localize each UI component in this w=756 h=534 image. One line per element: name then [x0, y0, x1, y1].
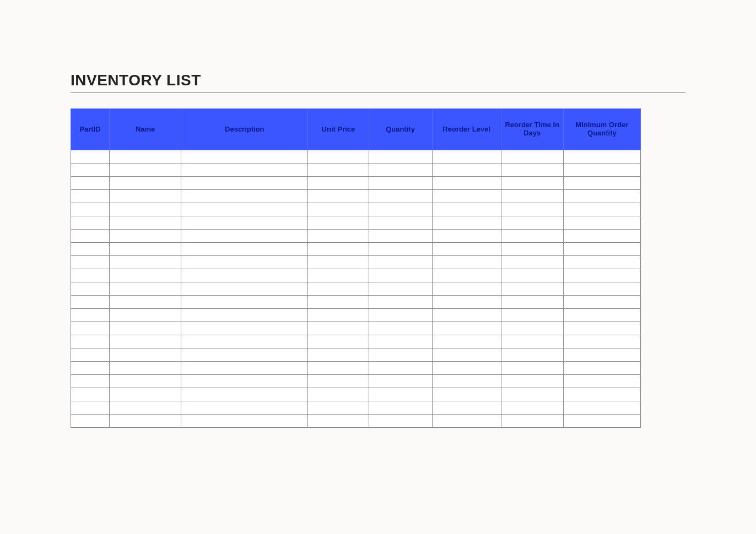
- table-cell[interactable]: [563, 256, 640, 269]
- table-cell[interactable]: [110, 190, 181, 203]
- table-cell[interactable]: [369, 282, 432, 296]
- table-cell[interactable]: [71, 190, 110, 203]
- table-cell[interactable]: [71, 282, 110, 296]
- table-cell[interactable]: [110, 335, 181, 348]
- table-cell[interactable]: [432, 282, 501, 296]
- table-cell[interactable]: [432, 309, 501, 322]
- table-cell[interactable]: [181, 282, 308, 296]
- table-cell[interactable]: [71, 348, 110, 362]
- table-cell[interactable]: [369, 322, 432, 335]
- table-cell[interactable]: [71, 243, 110, 256]
- table-cell[interactable]: [71, 401, 110, 415]
- table-cell[interactable]: [432, 322, 501, 335]
- table-cell[interactable]: [71, 362, 110, 375]
- table-cell[interactable]: [432, 348, 501, 362]
- table-cell[interactable]: [369, 203, 432, 216]
- table-cell[interactable]: [501, 401, 563, 415]
- table-cell[interactable]: [181, 309, 308, 322]
- table-cell[interactable]: [563, 243, 640, 256]
- table-cell[interactable]: [308, 150, 369, 164]
- table-cell[interactable]: [563, 164, 640, 177]
- table-cell[interactable]: [432, 203, 501, 216]
- table-cell[interactable]: [110, 269, 181, 282]
- table-cell[interactable]: [110, 177, 181, 190]
- table-cell[interactable]: [369, 216, 432, 230]
- table-cell[interactable]: [432, 256, 501, 269]
- table-cell[interactable]: [369, 243, 432, 256]
- table-cell[interactable]: [110, 203, 181, 216]
- table-cell[interactable]: [432, 243, 501, 256]
- table-cell[interactable]: [432, 230, 501, 243]
- table-cell[interactable]: [369, 177, 432, 190]
- table-cell[interactable]: [71, 269, 110, 282]
- table-cell[interactable]: [369, 256, 432, 269]
- table-cell[interactable]: [308, 177, 369, 190]
- table-cell[interactable]: [110, 322, 181, 335]
- table-cell[interactable]: [432, 269, 501, 282]
- table-cell[interactable]: [181, 296, 308, 309]
- table-cell[interactable]: [563, 216, 640, 230]
- table-cell[interactable]: [71, 164, 110, 177]
- table-cell[interactable]: [432, 190, 501, 203]
- table-cell[interactable]: [110, 362, 181, 375]
- table-cell[interactable]: [181, 150, 308, 164]
- table-cell[interactable]: [308, 164, 369, 177]
- table-cell[interactable]: [501, 256, 563, 269]
- table-cell[interactable]: [71, 335, 110, 348]
- table-cell[interactable]: [308, 362, 369, 375]
- table-cell[interactable]: [71, 216, 110, 230]
- table-cell[interactable]: [308, 296, 369, 309]
- table-cell[interactable]: [501, 150, 563, 164]
- table-cell[interactable]: [501, 243, 563, 256]
- table-cell[interactable]: [110, 150, 181, 164]
- table-cell[interactable]: [432, 401, 501, 415]
- table-cell[interactable]: [369, 388, 432, 401]
- table-cell[interactable]: [432, 388, 501, 401]
- table-cell[interactable]: [563, 230, 640, 243]
- table-cell[interactable]: [563, 375, 640, 388]
- table-cell[interactable]: [181, 216, 308, 230]
- table-cell[interactable]: [369, 335, 432, 348]
- table-cell[interactable]: [308, 335, 369, 348]
- table-cell[interactable]: [563, 415, 640, 428]
- table-cell[interactable]: [501, 230, 563, 243]
- table-cell[interactable]: [308, 348, 369, 362]
- table-cell[interactable]: [308, 388, 369, 401]
- table-cell[interactable]: [181, 348, 308, 362]
- table-cell[interactable]: [501, 282, 563, 296]
- table-cell[interactable]: [563, 322, 640, 335]
- table-cell[interactable]: [501, 362, 563, 375]
- table-cell[interactable]: [110, 282, 181, 296]
- table-cell[interactable]: [71, 388, 110, 401]
- table-cell[interactable]: [563, 348, 640, 362]
- table-cell[interactable]: [432, 150, 501, 164]
- table-cell[interactable]: [369, 415, 432, 428]
- table-cell[interactable]: [110, 296, 181, 309]
- table-cell[interactable]: [181, 415, 308, 428]
- table-cell[interactable]: [71, 150, 110, 164]
- table-cell[interactable]: [110, 309, 181, 322]
- table-cell[interactable]: [110, 230, 181, 243]
- table-cell[interactable]: [110, 256, 181, 269]
- table-cell[interactable]: [71, 203, 110, 216]
- table-cell[interactable]: [181, 362, 308, 375]
- table-cell[interactable]: [71, 296, 110, 309]
- table-cell[interactable]: [501, 322, 563, 335]
- table-cell[interactable]: [369, 309, 432, 322]
- table-cell[interactable]: [563, 335, 640, 348]
- table-cell[interactable]: [369, 362, 432, 375]
- table-cell[interactable]: [369, 230, 432, 243]
- table-cell[interactable]: [432, 415, 501, 428]
- table-cell[interactable]: [501, 415, 563, 428]
- table-cell[interactable]: [181, 388, 308, 401]
- table-cell[interactable]: [181, 401, 308, 415]
- table-cell[interactable]: [432, 296, 501, 309]
- table-cell[interactable]: [369, 164, 432, 177]
- table-cell[interactable]: [369, 269, 432, 282]
- table-cell[interactable]: [563, 150, 640, 164]
- table-cell[interactable]: [110, 164, 181, 177]
- table-cell[interactable]: [308, 190, 369, 203]
- table-cell[interactable]: [501, 164, 563, 177]
- table-cell[interactable]: [181, 243, 308, 256]
- table-cell[interactable]: [432, 177, 501, 190]
